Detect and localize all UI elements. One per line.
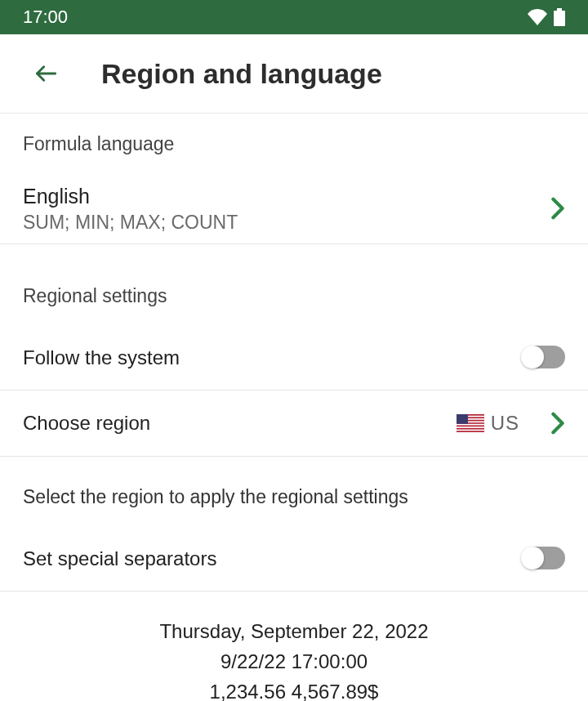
- status-time: 17:00: [23, 7, 68, 28]
- battery-icon: [554, 8, 565, 26]
- svg-rect-10: [457, 414, 468, 424]
- set-separators-toggle[interactable]: [523, 547, 565, 569]
- formula-language-value: English: [23, 183, 550, 210]
- content: Formula language English SUM; MIN; MAX; …: [0, 114, 588, 701]
- svg-rect-0: [557, 8, 562, 11]
- follow-system-label: Follow the system: [23, 345, 180, 370]
- page-title: Region and language: [101, 58, 382, 90]
- set-separators-label: Set special separators: [23, 546, 216, 571]
- status-icons: [528, 8, 565, 26]
- regional-settings-header: Regional settings: [0, 261, 588, 325]
- sample-date-long: Thursday, September 22, 2022: [23, 616, 565, 646]
- set-separators-row[interactable]: Set special separators: [0, 526, 588, 592]
- sample-datetime: 9/22/22 17:00:00: [23, 646, 565, 676]
- chevron-right-icon: [550, 412, 565, 435]
- sample-numbers: 1,234.56 4,567.89$: [23, 676, 565, 701]
- svg-rect-7: [457, 423, 484, 425]
- back-arrow-icon[interactable]: [34, 62, 57, 85]
- svg-rect-1: [554, 11, 565, 26]
- chevron-right-icon: [550, 197, 565, 220]
- format-samples: Thursday, September 22, 2022 9/22/22 17:…: [0, 592, 588, 701]
- follow-system-toggle[interactable]: [523, 346, 565, 368]
- region-description: Select the region to apply the regional …: [0, 457, 588, 526]
- region-code: US: [491, 412, 519, 435]
- formula-language-row[interactable]: English SUM; MIN; MAX; COUNT: [0, 173, 588, 244]
- region-value: US: [457, 412, 519, 435]
- app-bar: Region and language: [0, 34, 588, 114]
- svg-rect-9: [457, 429, 484, 431]
- wifi-icon: [528, 9, 547, 25]
- formula-language-header: Formula language: [0, 114, 588, 173]
- formula-language-content: English SUM; MIN; MAX; COUNT: [23, 183, 550, 234]
- status-bar: 17:00: [0, 0, 588, 34]
- svg-rect-8: [457, 426, 484, 428]
- choose-region-row[interactable]: Choose region US: [0, 391, 588, 457]
- follow-system-row[interactable]: Follow the system: [0, 325, 588, 391]
- formula-examples: SUM; MIN; MAX; COUNT: [23, 212, 550, 234]
- us-flag-icon: [457, 414, 484, 432]
- choose-region-label: Choose region: [23, 412, 457, 435]
